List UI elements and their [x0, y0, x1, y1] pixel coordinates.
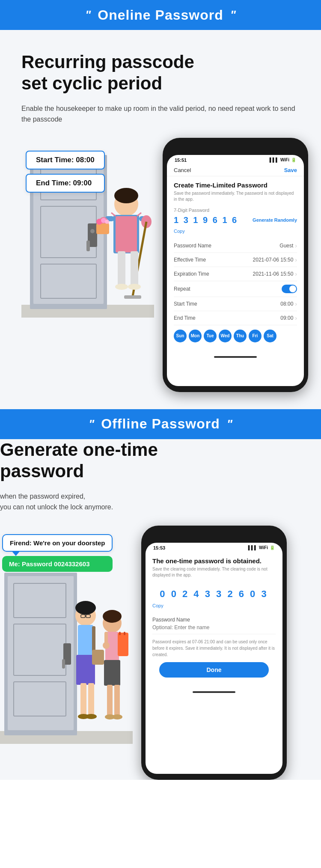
- status-icons-2: ▌▌▌ WiFi 🔋: [248, 545, 275, 550]
- svg-rect-46: [80, 683, 86, 715]
- phone-screen-2: 15:53 ▌▌▌ WiFi 🔋 The one-time password i…: [146, 543, 282, 774]
- day-pills: SunMonTueWedThuFriSat: [174, 325, 297, 347]
- phone-outer-2: 15:53 ▌▌▌ WiFi 🔋 The one-time password i…: [141, 526, 287, 780]
- quote-left-icon: ": [85, 8, 91, 22]
- otp-form-title: The one-time password is obtained.: [152, 557, 276, 565]
- password-name-input[interactable]: [152, 624, 276, 630]
- section2-content: Generate one-time password when the pass…: [0, 439, 321, 780]
- svg-rect-21: [96, 223, 109, 234]
- day-pill[interactable]: Thu: [234, 330, 247, 342]
- form-subtitle: Save the password immediately. The passw…: [174, 190, 297, 202]
- end-time-card: End Time: 09:00: [26, 174, 105, 193]
- svg-rect-59: [107, 685, 113, 716]
- phone-form-content: Create Time-Limited Password Save the pa…: [167, 176, 304, 352]
- form-row-expiration: Expiration Time 2021-11-06 15:50 ›: [174, 267, 297, 281]
- status-icons: ▌▌▌ WiFi 🔋: [270, 158, 296, 162]
- section1-description: Enable the housekeeper to make up room i…: [21, 103, 300, 125]
- chat-overlay: Firend: We're on your doorstep Me: Passw…: [2, 534, 113, 572]
- svg-point-62: [112, 714, 122, 719]
- svg-point-28: [128, 284, 141, 290]
- section2-left-demo: Firend: We're on your doorstep Me: Passw…: [0, 526, 137, 710]
- day-pill[interactable]: Wed: [219, 330, 232, 342]
- wifi-icon: WiFi: [280, 158, 289, 162]
- svg-rect-36: [62, 659, 65, 669]
- svg-point-49: [86, 714, 97, 719]
- section2-phone: 15:53 ▌▌▌ WiFi 🔋 The one-time password i…: [141, 526, 287, 780]
- home-indicator-2: [193, 691, 235, 693]
- offline-password-header: " Offline Password ": [0, 409, 321, 439]
- svg-point-38: [75, 601, 96, 615]
- door-people-illustration: [0, 560, 133, 744]
- otp-copy-link[interactable]: Copy: [152, 603, 276, 608]
- chevron-icon: ›: [295, 271, 297, 277]
- svg-point-7: [90, 229, 95, 233]
- home-indicator: [214, 356, 257, 358]
- quote-right-icon: ": [230, 8, 236, 22]
- svg-rect-12: [116, 216, 137, 253]
- day-pill[interactable]: Tue: [204, 330, 217, 342]
- password-digits: 1 3 1 9 6 1 6: [174, 215, 238, 225]
- svg-point-51: [103, 610, 122, 623]
- phone-notch-2: [188, 532, 240, 541]
- bubble-tail: [12, 551, 20, 556]
- svg-rect-8: [86, 241, 90, 251]
- section1-content: Recurring passcode set cyclic period Ena…: [0, 30, 321, 409]
- svg-line-14: [137, 213, 141, 216]
- toggle-knob: [289, 285, 296, 292]
- svg-rect-55: [119, 632, 121, 635]
- phone-nav-bar: Cancel Save: [167, 164, 304, 176]
- signal-icon-2: ▌▌▌: [248, 545, 257, 550]
- form-row-repeat: Repeat: [174, 281, 297, 297]
- day-pill[interactable]: Sun: [174, 330, 187, 342]
- section2-description: when the password expired, you can not u…: [0, 491, 321, 513]
- generate-randomly-btn[interactable]: Generate Randomly: [253, 217, 297, 223]
- svg-rect-45: [92, 650, 104, 665]
- quote-left-2-icon: ": [89, 417, 94, 431]
- svg-rect-54: [118, 633, 128, 656]
- section2-demo: Firend: We're on your doorstep Me: Passw…: [0, 526, 321, 780]
- svg-rect-26: [131, 251, 138, 285]
- otp-password-name-row: Password Name: [152, 613, 276, 634]
- repeat-toggle[interactable]: [282, 285, 297, 293]
- form-row-start: Start Time 08:00 ›: [174, 297, 297, 311]
- friend-chat-bubble: Firend: We're on your doorstep: [2, 534, 113, 552]
- section1-demo: Start Time: 08:00 End Time: 09:00: [21, 138, 300, 392]
- phone-screen: 15:51 ▌▌▌ WiFi 🔋 Cancel Save: [167, 155, 304, 386]
- svg-rect-53: [104, 660, 120, 686]
- chevron-icon: ›: [295, 256, 297, 263]
- svg-point-58: [103, 642, 110, 649]
- phone-otp-content: The one-time password is obtained. Save …: [146, 552, 282, 687]
- save-label: Save: [284, 167, 297, 173]
- copy-link[interactable]: Copy: [174, 229, 297, 234]
- battery-icon: 🔋: [291, 158, 296, 162]
- oneline-password-title: Oneline Password: [98, 7, 223, 23]
- me-chat-bubble: Me: Password 0024332603: [2, 556, 113, 572]
- svg-line-13: [111, 213, 116, 216]
- signal-icon: ▌▌▌: [270, 158, 279, 162]
- status-time: 15:51: [175, 158, 187, 163]
- field-label: 7-Digit Password: [174, 208, 297, 213]
- form-row-end: End Time 09:00 ›: [174, 311, 297, 325]
- day-pill[interactable]: Sat: [264, 330, 276, 342]
- oneline-password-header: " Oneline Password ": [0, 0, 321, 30]
- status-bar: 15:51 ▌▌▌ WiFi 🔋: [167, 155, 304, 164]
- day-pill[interactable]: Fri: [249, 330, 262, 342]
- day-pill[interactable]: Mon: [189, 330, 202, 342]
- status-bar-2: 15:53 ▌▌▌ WiFi 🔋: [146, 543, 282, 552]
- chevron-icon: ›: [295, 315, 297, 321]
- svg-point-10: [114, 188, 138, 203]
- wifi-icon-2: WiFi: [259, 545, 268, 550]
- battery-icon-2: 🔋: [270, 545, 275, 550]
- svg-rect-20: [124, 295, 141, 299]
- warning-text: Password expires at 07-06 21:00 and can …: [152, 639, 276, 658]
- phone-outer: 15:51 ▌▌▌ WiFi 🔋 Cancel Save: [163, 138, 308, 392]
- section1-phone: 15:51 ▌▌▌ WiFi 🔋 Cancel Save: [163, 138, 308, 392]
- svg-point-27: [115, 284, 128, 290]
- svg-rect-56: [124, 632, 125, 635]
- otp-form-subtitle: Save the clearing code immediately. The …: [152, 566, 276, 578]
- start-time-card: Start Time: 08:00: [26, 151, 105, 169]
- cancel-label: Cancel: [174, 167, 191, 173]
- svg-rect-44: [92, 626, 95, 652]
- done-button[interactable]: Done: [159, 662, 269, 678]
- section2-heading: Generate one-time password: [0, 439, 321, 482]
